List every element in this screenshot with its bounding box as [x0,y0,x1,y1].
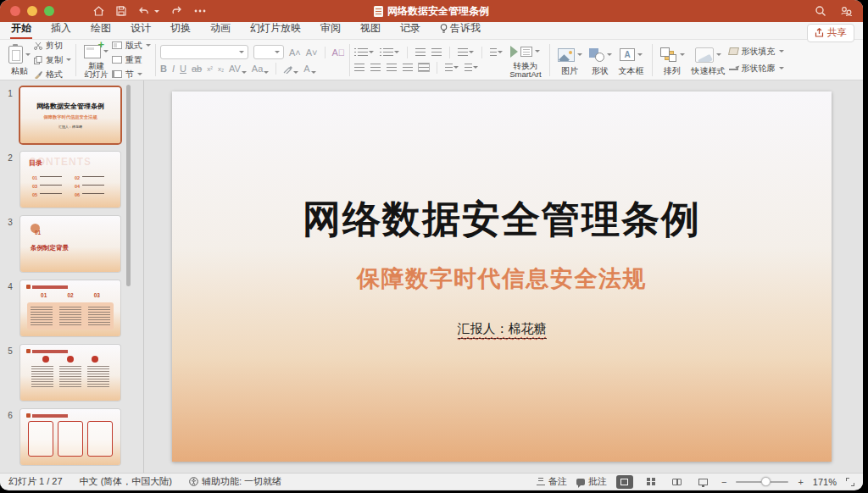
align-text-button[interactable] [465,64,478,71]
slide-canvas[interactable]: 网络数据安全管理条例 保障数字时代信息安全法规 汇报人：棉花糖 [172,91,832,462]
columns-button[interactable] [490,48,503,56]
underline-button[interactable]: U [180,64,186,74]
thumbnail-slide-5[interactable] [20,345,120,401]
tab-record[interactable]: 记录 [399,19,421,39]
clear-formatting-button[interactable]: A⃠ [332,47,346,58]
slide-subtitle-text[interactable]: 保障数字时代信息安全法规 [172,263,832,294]
tab-tellme-label: 告诉我 [450,21,481,36]
subscript-button[interactable]: x₂ [218,65,224,73]
section-button[interactable]: 节 [112,69,151,80]
save-icon[interactable] [116,6,126,16]
zoom-out-button[interactable]: − [721,477,726,487]
shape-outline-icon [729,69,738,70]
minimize-button[interactable] [27,6,37,16]
fullscreen-button[interactable] [44,6,54,16]
reset-icon [112,56,122,64]
tab-review[interactable]: 审阅 [320,19,342,39]
tab-view[interactable]: 视图 [359,19,381,39]
tab-tellme[interactable]: 告诉我 [439,19,481,39]
quick-styles-button[interactable]: 快速样式 [688,42,729,79]
language-indicator[interactable]: 中文 (简体，中国大陆) [80,475,172,488]
tab-animations[interactable]: 动画 [209,19,231,39]
change-case-button[interactable]: Aa [252,64,269,74]
bold-button[interactable]: B [160,64,167,74]
tab-insert[interactable]: 插入 [50,19,72,39]
tab-slideshow[interactable]: 幻灯片放映 [249,19,302,39]
slideshow-button[interactable] [695,475,712,489]
decrease-indent-button[interactable] [415,48,426,56]
convert-smartart-button[interactable]: 转换为SmartArt [506,42,544,79]
font-size-select[interactable] [253,45,284,59]
redo-icon[interactable] [171,6,182,16]
normal-view-button[interactable] [616,475,633,489]
thumbnail-slide-6[interactable] [20,409,120,465]
bullets-button[interactable] [354,48,374,56]
slide-sorter-button[interactable] [643,475,659,489]
copy-button[interactable]: 复制 [34,54,71,66]
superscript-button[interactable]: x² [207,65,213,73]
align-right-button[interactable] [387,64,397,71]
picture-label: 图片 [561,67,578,75]
distribute-button[interactable] [419,64,429,71]
slide-presenter-text[interactable]: 汇报人：棉花糖 [458,321,547,339]
reading-view-button[interactable] [669,475,686,489]
thumbnail-slide-4[interactable]: 01 02 03 [20,280,120,336]
justify-button[interactable] [403,64,413,71]
shrink-font-button[interactable]: A˅ [306,47,318,58]
notes-button[interactable]: 备注 [537,475,567,488]
slideshow-icon [698,479,708,485]
tab-home[interactable]: 开始 [10,19,32,39]
zoom-slider[interactable] [736,481,788,483]
share-button[interactable]: 共享 [807,24,854,42]
comments-button[interactable]: 批注 [576,475,607,488]
undo-caret-icon[interactable] [154,10,159,13]
numbering-button[interactable] [380,48,399,56]
more-options-icon[interactable] [194,9,206,13]
highlight-button[interactable] [283,64,298,74]
accessibility-status[interactable]: 辅助功能: 一切就绪 [189,475,281,488]
thumbnail-slide-3[interactable]: 01 条例制定背景 [20,216,120,272]
zoom-level[interactable]: 171% [813,477,837,487]
line-spacing-button[interactable] [458,48,474,56]
italic-button[interactable]: I [172,64,175,74]
thumbnail-scrollbar[interactable] [126,85,131,286]
search-icon[interactable] [815,5,826,17]
home-icon[interactable] [93,6,104,16]
paste-label: 粘贴 [11,67,28,75]
tab-draw[interactable]: 绘图 [90,19,112,39]
slide-title-text[interactable]: 网络数据安全管理条例 [172,194,832,245]
textbox-button[interactable]: A 文本框 [615,42,648,79]
presence-icon[interactable] [840,5,853,17]
thumbnail-slide-2[interactable]: CONTENTS 目录 01 02 03 04 05 06 [20,152,120,208]
align-center-button[interactable] [370,64,381,71]
new-slide-button[interactable]: 新建幻灯片 [81,42,112,79]
zoom-slider-knob[interactable] [761,477,771,486]
tab-design[interactable]: 设计 [130,19,152,39]
shapes-button[interactable]: 形状 [586,42,615,79]
cut-button[interactable]: 剪切 [34,40,71,52]
reset-button[interactable]: 重置 [112,54,151,66]
strikethrough-button[interactable]: ab [192,64,202,74]
font-color-button[interactable]: A [303,64,315,74]
thumbnail-slide-1[interactable]: 网络数据安全管理条例 保障数字时代信息安全法规 汇报人：棉花糖 [20,87,120,143]
shape-outline-button[interactable]: 形状轮廓 [729,63,784,75]
format-painter-button[interactable]: 格式 [34,69,71,80]
character-spacing-button[interactable]: AV [229,64,247,74]
picture-button[interactable]: 图片 [554,42,586,79]
layout-button[interactable]: 版式 [112,40,151,52]
increase-indent-button[interactable] [431,48,442,56]
arrange-button[interactable]: 排列 [657,42,688,79]
grow-font-button[interactable]: A˄ [289,47,301,58]
fit-to-window-icon[interactable] [846,478,854,486]
shapes-label: 形状 [592,67,609,75]
align-left-button[interactable] [354,64,364,71]
tab-transitions[interactable]: 切换 [170,19,192,39]
undo-icon[interactable] [138,6,159,16]
shape-fill-button[interactable]: 形状填充 [729,46,784,58]
paste-button[interactable]: 粘贴 [5,42,34,79]
zoom-in-button[interactable]: + [798,477,803,487]
font-name-select[interactable] [160,45,248,59]
text-direction-button[interactable] [445,64,459,71]
ribbon-tab-row: 开始 插入 绘图 设计 切换 动画 幻灯片放映 审阅 视图 记录 告诉我 共享 [0,22,863,40]
close-button[interactable] [10,6,20,16]
